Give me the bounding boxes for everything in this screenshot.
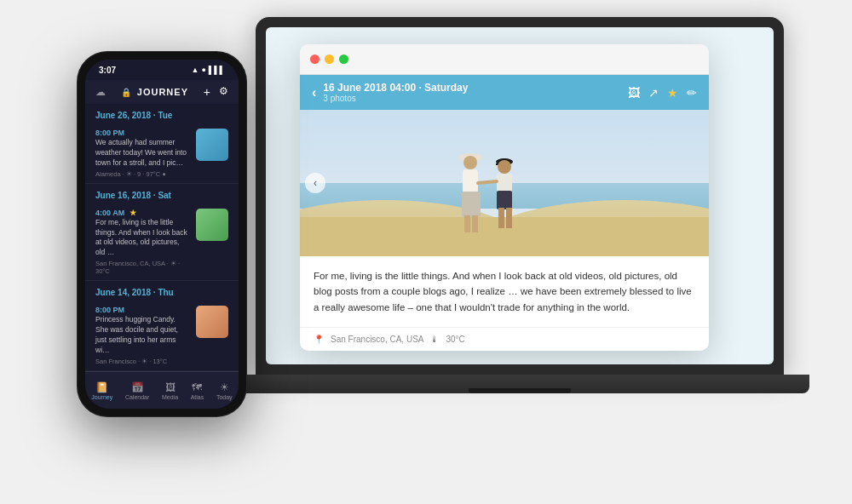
entry-content: 8:00 PM We actually had summer weather t… (95, 129, 189, 178)
svg-rect-8 (463, 169, 478, 193)
battery-icon: ▌▌▌ (209, 66, 225, 74)
journey-icon: 📔 (95, 381, 108, 393)
mac-dots (310, 54, 348, 64)
svg-rect-18 (506, 208, 512, 228)
entry-time: 4:00 AM ★ (95, 209, 189, 217)
star-icon[interactable]: ★ (667, 86, 678, 100)
photo-prev-arrow[interactable]: ‹ (305, 173, 325, 193)
location-icon: 📍 (314, 335, 324, 344)
entry-time: 8:00 PM (95, 306, 189, 314)
entry-photos-count: 3 photos (323, 94, 468, 103)
laptop-base (230, 375, 809, 393)
settings-button[interactable]: ⚙ (219, 85, 228, 99)
laptop: ‹ 16 June 2018 04:00 · Saturday 3 photos… (256, 17, 801, 494)
list-item[interactable]: 8:00 PM We actually had summer weather t… (85, 123, 239, 184)
cloud-icon: ☁ (95, 86, 106, 98)
status-time: 3:07 (99, 66, 116, 75)
share-icon[interactable]: ↗ (648, 86, 659, 100)
weather-icon: 🌡 (430, 335, 439, 344)
entry-body-text: For me, living is the little things. And… (314, 268, 695, 315)
entry-header-left: ‹ 16 June 2018 04:00 · Saturday 3 photos (312, 82, 468, 103)
svg-rect-17 (498, 208, 504, 228)
atlas-icon: 🗺 (192, 381, 202, 393)
nav-item-atlas[interactable]: 🗺 Atlas (191, 381, 204, 400)
entry-footer: 📍 San Francisco, CA, USA 🌡 30°C (300, 327, 709, 351)
close-dot[interactable] (310, 54, 320, 64)
mac-content: ‹ 16 June 2018 04:00 · Saturday 3 photos… (300, 75, 709, 351)
svg-rect-11 (472, 215, 478, 232)
entry-preview: We actually had summer weather today! We… (95, 138, 189, 169)
signal-icon: ▲ (192, 66, 199, 74)
entry-date-block: 16 June 2018 04:00 · Saturday 3 photos (323, 82, 468, 103)
entry-list: June 26, 2018 · Tue 8:00 PM We actually … (85, 104, 239, 371)
wifi-icon: ● (201, 66, 205, 74)
photo-svg (300, 110, 709, 256)
mac-titlebar (300, 44, 709, 75)
laptop-body: ‹ 16 June 2018 04:00 · Saturday 3 photos… (256, 17, 784, 375)
list-item[interactable]: 4:00 AM ★ For me, living is the little t… (85, 203, 239, 282)
minimize-dot[interactable] (325, 54, 334, 64)
nav-label-calendar: Calendar (125, 394, 149, 400)
entry-time: 8:00 PM (95, 129, 189, 137)
entry-thumbnail (196, 209, 228, 241)
entry-actions: 🖼 ↗ ★ ✏ (628, 86, 697, 100)
nav-label-atlas: Atlas (191, 394, 204, 400)
entry-content: 8:00 PM Princess hugging Candy. She was … (95, 306, 189, 365)
nav-item-calendar[interactable]: 📅 Calendar (125, 381, 149, 400)
svg-point-14 (498, 160, 511, 174)
entry-date: 16 June 2018 04:00 · Saturday (323, 82, 468, 94)
date-header-2: June 16, 2018 · Sat (85, 184, 239, 203)
nav-label-journey: Journey (91, 394, 112, 400)
phone: 3:07 ▲ ● ▌▌▌ ☁ 🔒 JOURNEY + ⚙ June 26, 20… (77, 51, 247, 417)
calendar-icon: 📅 (131, 381, 144, 393)
entry-thumbnail (196, 306, 228, 338)
entry-thumbnail (196, 129, 228, 161)
svg-rect-10 (464, 215, 470, 232)
entry-temp: 30°C (446, 335, 464, 344)
entry-location: San Francisco, CA, USA (331, 335, 423, 344)
photo-icon[interactable]: 🖼 (628, 86, 640, 100)
entry-meta: San Francisco · ☀ · 13°C (95, 358, 189, 365)
edit-icon[interactable]: ✏ (687, 86, 697, 100)
status-icons: ▲ ● ▌▌▌ (192, 66, 226, 74)
status-bar: 3:07 ▲ ● ▌▌▌ (85, 60, 239, 80)
svg-point-7 (463, 156, 477, 169)
entry-meta: San Francisco, CA, USA · ☀ · 30°C (95, 260, 189, 275)
entry-photo: ‹ (300, 110, 709, 256)
entry-content: 4:00 AM ★ For me, living is the little t… (95, 209, 189, 276)
nav-label-media: Media (162, 394, 178, 400)
svg-rect-9 (462, 192, 481, 217)
back-arrow-icon[interactable]: ‹ (312, 85, 316, 100)
phone-navbar: ☁ 🔒 JOURNEY + ⚙ (85, 80, 239, 104)
date-header-3: June 14, 2018 · Thu (85, 281, 239, 301)
entry-text-area: For me, living is the little things. And… (300, 256, 709, 327)
bottom-navigation: 📔 Journey 📅 Calendar 🖼 Media 🗺 Atlas ☀ T… (85, 371, 239, 409)
entry-preview: For me, living is the little things. And… (95, 218, 189, 259)
star-badge: ★ (130, 209, 136, 217)
media-icon: 🖼 (165, 381, 176, 393)
add-entry-button[interactable]: + (204, 85, 210, 99)
date-header-1: June 26, 2018 · Tue (85, 104, 239, 123)
app-title: 🔒 JOURNEY (121, 87, 188, 97)
laptop-screen: ‹ 16 June 2018 04:00 · Saturday 3 photos… (266, 27, 774, 364)
entry-header: ‹ 16 June 2018 04:00 · Saturday 3 photos… (300, 75, 709, 110)
nav-actions: + ⚙ (204, 85, 228, 99)
entry-preview: Princess hugging Candy. She was docile a… (95, 315, 189, 356)
lock-icon: 🔒 (121, 88, 132, 97)
svg-line-19 (478, 181, 497, 183)
nav-label-today: Today (216, 394, 233, 400)
svg-rect-16 (497, 191, 512, 209)
svg-rect-15 (497, 174, 512, 192)
list-item[interactable]: 8:00 PM Princess hugging Candy. She was … (85, 301, 239, 371)
entry-meta: Alameda · ☀ · 9 · 97°C ● (95, 170, 189, 178)
phone-screen: 3:07 ▲ ● ▌▌▌ ☁ 🔒 JOURNEY + ⚙ June 26, 20… (85, 60, 239, 409)
nav-item-journey[interactable]: 📔 Journey (91, 381, 112, 400)
maximize-dot[interactable] (339, 54, 348, 64)
app-name: JOURNEY (137, 87, 188, 97)
nav-item-today[interactable]: ☀ Today (216, 381, 233, 400)
today-icon: ☀ (220, 381, 229, 393)
mac-window: ‹ 16 June 2018 04:00 · Saturday 3 photos… (300, 44, 709, 351)
nav-item-media[interactable]: 🖼 Media (162, 381, 178, 400)
